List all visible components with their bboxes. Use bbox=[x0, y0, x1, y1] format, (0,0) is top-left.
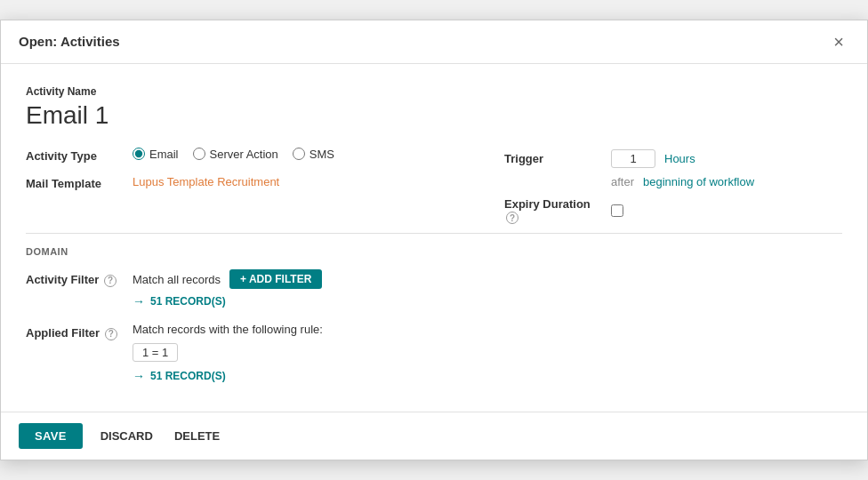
radio-email-input[interactable] bbox=[133, 148, 145, 160]
activity-filter-help-icon: ? bbox=[104, 275, 117, 287]
dialog: Open: Activities × Activity Name Email 1… bbox=[0, 20, 868, 461]
activity-name-value: Email 1 bbox=[26, 101, 842, 130]
radio-email[interactable]: Email bbox=[133, 148, 179, 161]
radio-sms[interactable]: SMS bbox=[293, 148, 334, 161]
match-all-text: Match all records bbox=[133, 273, 221, 286]
expiry-checkbox[interactable] bbox=[611, 204, 623, 217]
dialog-title: Open: Activities bbox=[19, 34, 120, 49]
domain-title: DOMAIN bbox=[26, 246, 842, 257]
applied-filter-text: Match records with the following rule: bbox=[133, 323, 842, 336]
trigger-number-input[interactable]: 1 bbox=[611, 149, 655, 168]
mail-template-label: Mail Template bbox=[26, 175, 133, 190]
trigger-after-text: after bbox=[611, 175, 634, 188]
applied-filter-label: Applied Filter ? bbox=[26, 323, 133, 340]
radio-server-action-input[interactable] bbox=[193, 148, 205, 160]
mail-template-row: Mail Template Lupus Template Recruitment bbox=[26, 175, 469, 190]
expiry-help-icon: ? bbox=[506, 212, 518, 224]
activity-filter-row: Activity Filter ? Match all records + AD… bbox=[26, 269, 842, 308]
close-button[interactable]: × bbox=[828, 31, 849, 52]
record-count-1: → 51 RECORD(S) bbox=[133, 294, 842, 308]
applied-filter-row: Applied Filter ? Match records with the … bbox=[26, 323, 842, 383]
expiry-row: Expiry Duration ? bbox=[504, 197, 842, 225]
form-left: Activity Type Email Server Action SMS bbox=[26, 148, 469, 225]
arrow-icon-1: → bbox=[133, 294, 145, 308]
radio-email-label: Email bbox=[149, 148, 179, 161]
trigger-unit-link[interactable]: Hours bbox=[664, 152, 695, 165]
template-link[interactable]: Lupus Template Recruitment bbox=[133, 175, 279, 188]
record-count-2: → 51 RECORD(S) bbox=[133, 369, 842, 383]
applied-filter-help-icon: ? bbox=[105, 328, 117, 340]
activity-type-options: Email Server Action SMS bbox=[133, 148, 469, 161]
trigger-event-link[interactable]: beginning of workflow bbox=[643, 175, 754, 188]
activity-filter-content: Match all records + ADD FILTER → 51 RECO… bbox=[133, 269, 842, 308]
radio-sms-label: SMS bbox=[309, 148, 334, 161]
radio-server-action-label: Server Action bbox=[210, 148, 278, 161]
discard-button[interactable]: DISCARD bbox=[97, 423, 157, 449]
expiry-label: Expiry Duration ? bbox=[504, 197, 602, 225]
filter-top: Match all records + ADD FILTER bbox=[133, 269, 842, 289]
trigger-sub-row: after beginning of workflow bbox=[611, 175, 842, 188]
activity-type-label: Activity Type bbox=[26, 148, 133, 163]
arrow-icon-2: → bbox=[133, 369, 145, 383]
mail-template-value: Lupus Template Recruitment bbox=[133, 175, 469, 188]
dialog-footer: SAVE DISCARD DELETE bbox=[1, 412, 867, 460]
save-button[interactable]: SAVE bbox=[19, 423, 83, 449]
filter-rule: 1 = 1 bbox=[133, 343, 178, 362]
applied-filter-content: Match records with the following rule: 1… bbox=[133, 323, 842, 383]
radio-sms-input[interactable] bbox=[293, 148, 305, 160]
trigger-row: Trigger 1 Hours bbox=[504, 149, 842, 168]
dialog-header: Open: Activities × bbox=[1, 20, 867, 64]
delete-button[interactable]: DELETE bbox=[171, 423, 223, 449]
activity-filter-label: Activity Filter ? bbox=[26, 269, 133, 287]
add-filter-button[interactable]: + ADD FILTER bbox=[229, 269, 322, 289]
trigger-label: Trigger bbox=[504, 152, 602, 165]
activity-name-label: Activity Name bbox=[26, 85, 842, 98]
dialog-body: Activity Name Email 1 Activity Type Emai… bbox=[1, 64, 867, 412]
form-section: Activity Type Email Server Action SMS bbox=[26, 148, 842, 225]
domain-section: DOMAIN Activity Filter ? Match all recor… bbox=[26, 233, 842, 383]
radio-server-action[interactable]: Server Action bbox=[193, 148, 278, 161]
activity-type-row: Activity Type Email Server Action SMS bbox=[26, 148, 469, 163]
form-right: Trigger 1 Hours after beginning of workf… bbox=[504, 148, 842, 225]
